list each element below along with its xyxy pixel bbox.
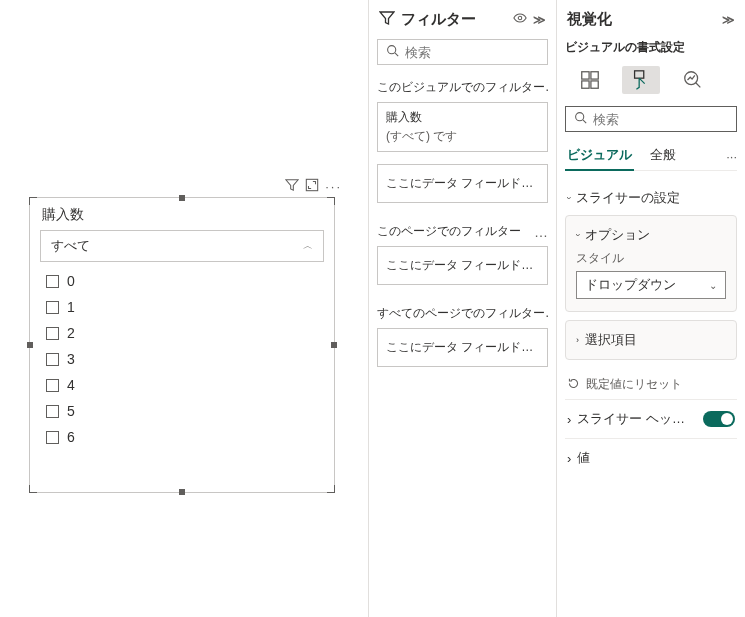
viz-tabs: ビジュアル 全般 ··· — [565, 142, 737, 171]
more-icon[interactable]: … — [534, 224, 548, 240]
checkbox[interactable] — [46, 379, 59, 392]
option-card: › オプション スタイル ドロップダウン ⌄ — [565, 215, 737, 312]
style-label: スタイル — [576, 250, 726, 267]
section-slicer-header[interactable]: › スライサー ヘッ… — [565, 399, 737, 438]
svg-rect-5 — [582, 81, 589, 88]
filter-field-status: (すべて) です — [386, 128, 539, 145]
resize-corner[interactable] — [327, 197, 335, 205]
svg-point-1 — [518, 16, 522, 20]
analytics-icon[interactable] — [674, 66, 712, 94]
focus-mode-icon[interactable] — [305, 178, 319, 195]
resize-corner[interactable] — [29, 197, 37, 205]
resize-handle[interactable] — [331, 342, 337, 348]
chevron-right-icon: › — [567, 451, 571, 466]
style-dropdown[interactable]: ドロップダウン ⌄ — [576, 271, 726, 299]
slicer-item-label: 6 — [67, 429, 75, 445]
svg-rect-3 — [582, 72, 589, 79]
visual-toolbar: ··· — [285, 178, 342, 195]
collapse-icon[interactable]: ≫ — [722, 13, 735, 27]
filter-icon — [379, 10, 395, 29]
format-visual-icon[interactable] — [622, 66, 660, 94]
checkbox[interactable] — [46, 353, 59, 366]
svg-point-2 — [388, 46, 396, 54]
resize-corner[interactable] — [327, 485, 335, 493]
viz-search-input[interactable] — [593, 112, 745, 127]
eye-icon[interactable] — [513, 11, 527, 28]
chevron-down-icon: ⌄ — [709, 280, 717, 291]
svg-rect-4 — [591, 72, 598, 79]
viz-subtitle: ビジュアルの書式設定 — [565, 39, 737, 64]
section-options[interactable]: › オプション — [566, 216, 736, 250]
resize-handle[interactable] — [27, 342, 33, 348]
viz-search[interactable] — [565, 106, 737, 132]
selection-card: › 選択項目 — [565, 320, 737, 360]
collapse-icon[interactable]: ≫ — [533, 13, 546, 27]
chevron-down-icon: › — [564, 197, 574, 200]
slicer-dropdown-header[interactable]: すべて ︿ — [40, 230, 324, 262]
checkbox[interactable] — [46, 301, 59, 314]
slicer-item-label: 5 — [67, 403, 75, 419]
chevron-down-icon: › — [573, 234, 583, 237]
report-canvas[interactable]: ··· 購入数 すべて ︿ 0123456 — [0, 0, 369, 617]
slicer-item[interactable]: 6 — [40, 424, 324, 450]
resize-handle[interactable] — [179, 489, 185, 495]
slicer-item-label: 2 — [67, 325, 75, 341]
section-slicer-settings[interactable]: › スライサーの設定 — [565, 181, 737, 215]
checkbox[interactable] — [46, 431, 59, 444]
filter-section-visual: このビジュアルでのフィルター… — [377, 77, 548, 102]
filter-section-all: すべてのページでのフィルター… — [377, 303, 548, 328]
slicer-item-label: 1 — [67, 299, 75, 315]
svg-rect-6 — [591, 81, 598, 88]
checkbox[interactable] — [46, 405, 59, 418]
resize-handle[interactable] — [179, 195, 185, 201]
chevron-right-icon: › — [567, 412, 571, 427]
slicer-visual[interactable]: 購入数 すべて ︿ 0123456 — [29, 197, 335, 493]
more-icon[interactable]: ··· — [726, 149, 737, 164]
filters-panel-header: フィルター ≫ — [377, 6, 548, 39]
slicer-item[interactable]: 2 — [40, 320, 324, 346]
filters-search[interactable] — [377, 39, 548, 65]
slicer-item[interactable]: 4 — [40, 372, 324, 398]
slicer-items-list: 0123456 — [30, 268, 334, 450]
viz-panel-header: 視覚化 ≫ — [565, 6, 737, 39]
slicer-item[interactable]: 5 — [40, 398, 324, 424]
filters-search-input[interactable] — [405, 45, 573, 60]
tab-general[interactable]: 全般 — [648, 142, 678, 170]
reset-icon — [567, 377, 580, 393]
filter-section-page: このページでのフィルター … — [377, 221, 548, 246]
svg-point-9 — [576, 113, 584, 121]
slicer-header-toggle[interactable] — [703, 411, 735, 427]
chevron-up-icon: ︿ — [303, 239, 313, 253]
slicer-selected-value: すべて — [51, 237, 90, 255]
slicer-item[interactable]: 0 — [40, 268, 324, 294]
filter-icon[interactable] — [285, 178, 299, 195]
slicer-item[interactable]: 3 — [40, 346, 324, 372]
viz-mode-icons — [565, 64, 737, 106]
section-values[interactable]: › 値 — [565, 438, 737, 477]
chevron-right-icon: › — [576, 335, 579, 345]
visualizations-panel: 視覚化 ≫ ビジュアルの書式設定 ビジュアル 全般 ··· › スライサーの設定… — [557, 0, 745, 617]
search-icon — [574, 111, 587, 127]
section-selection[interactable]: › 選択項目 — [566, 321, 736, 359]
slicer-title: 購入数 — [30, 198, 334, 230]
filter-dropzone-visual[interactable]: ここにデータ フィールド… — [377, 164, 548, 203]
slicer-item-label: 0 — [67, 273, 75, 289]
search-icon — [386, 44, 399, 60]
filter-field-name: 購入数 — [386, 109, 539, 126]
filters-title: フィルター — [401, 10, 476, 29]
more-options-icon[interactable]: ··· — [325, 179, 342, 194]
checkbox[interactable] — [46, 275, 59, 288]
reset-defaults[interactable]: 既定値にリセット — [565, 368, 737, 399]
svg-rect-7 — [635, 71, 644, 78]
slicer-item[interactable]: 1 — [40, 294, 324, 320]
filters-panel: フィルター ≫ このビジュアルでのフィルター… 購入数 (すべて) です ここに… — [369, 0, 557, 617]
resize-corner[interactable] — [29, 485, 37, 493]
style-value: ドロップダウン — [585, 276, 676, 294]
filter-dropzone-page[interactable]: ここにデータ フィールド… — [377, 246, 548, 285]
filter-card[interactable]: 購入数 (すべて) です — [377, 102, 548, 152]
slicer-item-label: 4 — [67, 377, 75, 393]
filter-dropzone-all[interactable]: ここにデータ フィールド… — [377, 328, 548, 367]
build-visual-icon[interactable] — [571, 66, 609, 94]
checkbox[interactable] — [46, 327, 59, 340]
tab-visual[interactable]: ビジュアル — [565, 142, 634, 170]
